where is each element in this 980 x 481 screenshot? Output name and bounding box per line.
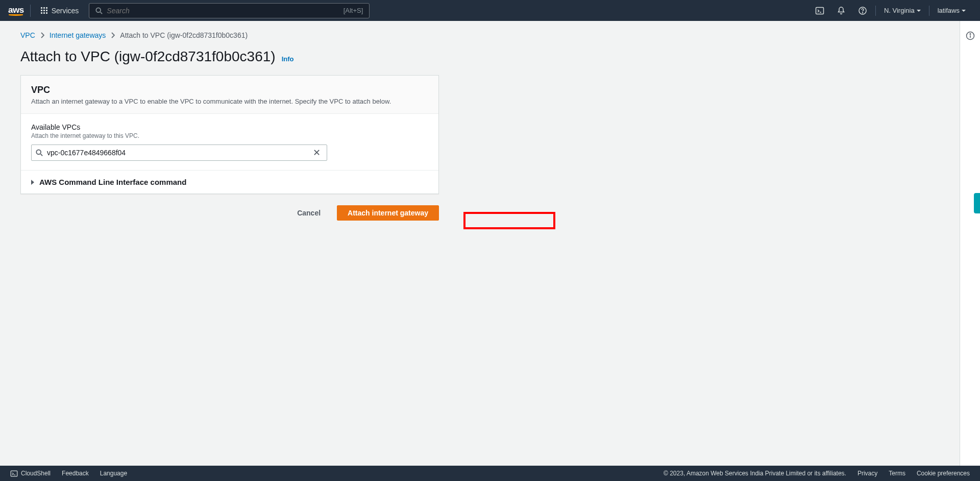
content: VPC Internet gateways Attach to VPC (igw… bbox=[0, 21, 960, 466]
info-link[interactable]: Info bbox=[282, 55, 294, 63]
svg-rect-2 bbox=[816, 7, 823, 14]
triangle-right-icon bbox=[31, 180, 34, 185]
info-circle-icon bbox=[966, 31, 975, 40]
services-button[interactable]: Services bbox=[35, 7, 85, 15]
svg-line-7 bbox=[41, 154, 43, 156]
vpc-select[interactable]: ✕ bbox=[31, 145, 327, 161]
terms-link[interactable]: Terms bbox=[889, 470, 905, 477]
vpc-input[interactable] bbox=[47, 149, 311, 157]
privacy-link[interactable]: Privacy bbox=[857, 470, 877, 477]
svg-point-5 bbox=[862, 12, 863, 13]
nav-divider bbox=[929, 6, 929, 16]
footer: CloudShell Feedback Language © 2023, Ama… bbox=[0, 466, 980, 481]
caret-down-icon bbox=[917, 10, 921, 12]
bell-icon bbox=[837, 6, 846, 15]
panel-body: Available VPCs Attach the internet gatew… bbox=[21, 114, 438, 170]
svg-rect-11 bbox=[11, 471, 17, 476]
region-label: N. Virginia bbox=[884, 7, 915, 14]
cloudshell-link[interactable]: CloudShell bbox=[10, 470, 51, 477]
breadcrumb: VPC Internet gateways Attach to VPC (igw… bbox=[20, 31, 939, 39]
aws-smile-icon bbox=[9, 14, 23, 16]
svg-point-6 bbox=[36, 150, 41, 154]
vpc-panel: VPC Attach an internet gateway to a VPC … bbox=[20, 75, 439, 194]
search-icon bbox=[36, 149, 43, 156]
cli-label: AWS Command Line Interface command bbox=[39, 178, 186, 186]
aws-logo[interactable]: aws bbox=[8, 5, 31, 17]
user-label: latifaws bbox=[938, 7, 960, 14]
services-label: Services bbox=[52, 7, 79, 15]
svg-line-1 bbox=[101, 12, 103, 14]
language-link[interactable]: Language bbox=[100, 470, 127, 477]
panel-header: VPC Attach an internet gateway to a VPC … bbox=[21, 76, 438, 114]
attach-button[interactable]: Attach internet gateway bbox=[337, 205, 439, 221]
chevron-right-icon bbox=[111, 32, 115, 38]
aws-logo-text: aws bbox=[8, 5, 24, 15]
field-label: Available VPCs bbox=[31, 123, 428, 131]
terminal-icon bbox=[10, 470, 18, 477]
cloudshell-nav-button[interactable] bbox=[809, 0, 830, 21]
svg-point-9 bbox=[970, 34, 971, 35]
panel-title: VPC bbox=[31, 85, 428, 95]
help-panel-collapsed[interactable] bbox=[960, 21, 980, 466]
cloudshell-label: CloudShell bbox=[21, 470, 51, 477]
help-icon bbox=[858, 6, 867, 15]
breadcrumb-igw[interactable]: Internet gateways bbox=[50, 31, 106, 39]
svg-point-0 bbox=[96, 8, 101, 12]
search-box[interactable]: [Alt+S] bbox=[89, 3, 370, 18]
feedback-link[interactable]: Feedback bbox=[62, 470, 89, 477]
cli-expand[interactable]: AWS Command Line Interface command bbox=[21, 170, 438, 194]
clear-button[interactable]: ✕ bbox=[311, 147, 323, 158]
chevron-right-icon bbox=[40, 32, 44, 38]
top-nav: aws Services [Alt+S] N. Virginia latifaw bbox=[0, 0, 980, 21]
field-hint: Attach the internet gateway to this VPC. bbox=[31, 132, 428, 139]
grid-icon bbox=[41, 7, 47, 14]
search-icon bbox=[95, 7, 103, 14]
account-menu[interactable]: latifaws bbox=[932, 7, 972, 14]
cancel-button[interactable]: Cancel bbox=[287, 206, 331, 220]
page-title: Attach to VPC (igw-0f2cd8731f0b0c361) bbox=[20, 49, 276, 65]
help-button[interactable] bbox=[852, 0, 873, 21]
main-area: VPC Internet gateways Attach to VPC (igw… bbox=[0, 21, 980, 466]
search-shortcut: [Alt+S] bbox=[344, 7, 363, 14]
feedback-tab[interactable] bbox=[974, 193, 980, 213]
cookies-link[interactable]: Cookie preferences bbox=[917, 470, 970, 477]
caret-down-icon bbox=[962, 10, 966, 12]
nav-divider bbox=[875, 6, 876, 16]
search-input[interactable] bbox=[107, 7, 343, 15]
terminal-icon bbox=[815, 6, 824, 15]
actions-row: Cancel Attach internet gateway bbox=[20, 205, 439, 221]
page-title-row: Attach to VPC (igw-0f2cd8731f0b0c361) In… bbox=[20, 49, 939, 65]
breadcrumb-vpc[interactable]: VPC bbox=[20, 31, 35, 39]
region-selector[interactable]: N. Virginia bbox=[878, 7, 927, 14]
copyright-text: © 2023, Amazon Web Services India Privat… bbox=[664, 470, 846, 477]
notifications-button[interactable] bbox=[830, 0, 852, 21]
panel-desc: Attach an internet gateway to a VPC to e… bbox=[31, 98, 428, 105]
breadcrumb-current: Attach to VPC (igw-0f2cd8731f0b0c361) bbox=[120, 31, 248, 39]
